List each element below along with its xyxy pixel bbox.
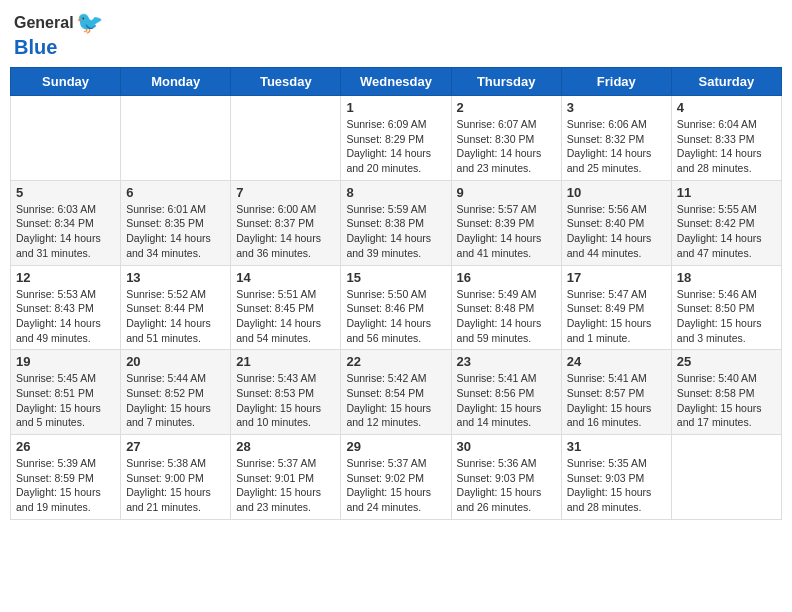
day-number: 1 — [346, 100, 445, 115]
day-info: Sunrise: 5:36 AM Sunset: 9:03 PM Dayligh… — [457, 456, 556, 515]
day-of-week-header: Sunday — [11, 68, 121, 96]
day-of-week-header: Wednesday — [341, 68, 451, 96]
day-info: Sunrise: 5:46 AM Sunset: 8:50 PM Dayligh… — [677, 287, 776, 346]
calendar-day-cell: 4Sunrise: 6:04 AM Sunset: 8:33 PM Daylig… — [671, 96, 781, 181]
page-header: General 🐦 Blue — [10, 10, 782, 59]
day-number: 21 — [236, 354, 335, 369]
day-info: Sunrise: 5:44 AM Sunset: 8:52 PM Dayligh… — [126, 371, 225, 430]
day-info: Sunrise: 6:01 AM Sunset: 8:35 PM Dayligh… — [126, 202, 225, 261]
day-number: 23 — [457, 354, 556, 369]
day-number: 18 — [677, 270, 776, 285]
day-number: 5 — [16, 185, 115, 200]
day-info: Sunrise: 5:42 AM Sunset: 8:54 PM Dayligh… — [346, 371, 445, 430]
day-info: Sunrise: 5:56 AM Sunset: 8:40 PM Dayligh… — [567, 202, 666, 261]
day-info: Sunrise: 5:41 AM Sunset: 8:57 PM Dayligh… — [567, 371, 666, 430]
day-number: 15 — [346, 270, 445, 285]
calendar-day-cell: 18Sunrise: 5:46 AM Sunset: 8:50 PM Dayli… — [671, 265, 781, 350]
day-info: Sunrise: 5:38 AM Sunset: 9:00 PM Dayligh… — [126, 456, 225, 515]
calendar-day-cell: 29Sunrise: 5:37 AM Sunset: 9:02 PM Dayli… — [341, 435, 451, 520]
calendar-day-cell: 28Sunrise: 5:37 AM Sunset: 9:01 PM Dayli… — [231, 435, 341, 520]
day-of-week-header: Monday — [121, 68, 231, 96]
day-of-week-header: Saturday — [671, 68, 781, 96]
day-number: 11 — [677, 185, 776, 200]
calendar-day-cell: 8Sunrise: 5:59 AM Sunset: 8:38 PM Daylig… — [341, 180, 451, 265]
calendar-day-cell: 26Sunrise: 5:39 AM Sunset: 8:59 PM Dayli… — [11, 435, 121, 520]
day-number: 2 — [457, 100, 556, 115]
day-number: 13 — [126, 270, 225, 285]
calendar-day-cell: 22Sunrise: 5:42 AM Sunset: 8:54 PM Dayli… — [341, 350, 451, 435]
logo-general-text: General — [14, 14, 74, 32]
calendar-day-cell: 25Sunrise: 5:40 AM Sunset: 8:58 PM Dayli… — [671, 350, 781, 435]
day-info: Sunrise: 5:49 AM Sunset: 8:48 PM Dayligh… — [457, 287, 556, 346]
day-number: 16 — [457, 270, 556, 285]
day-number: 6 — [126, 185, 225, 200]
calendar-day-cell: 21Sunrise: 5:43 AM Sunset: 8:53 PM Dayli… — [231, 350, 341, 435]
day-info: Sunrise: 5:37 AM Sunset: 9:02 PM Dayligh… — [346, 456, 445, 515]
calendar-day-cell: 12Sunrise: 5:53 AM Sunset: 8:43 PM Dayli… — [11, 265, 121, 350]
calendar-day-cell: 2Sunrise: 6:07 AM Sunset: 8:30 PM Daylig… — [451, 96, 561, 181]
day-of-week-header: Tuesday — [231, 68, 341, 96]
day-number: 28 — [236, 439, 335, 454]
day-info: Sunrise: 5:41 AM Sunset: 8:56 PM Dayligh… — [457, 371, 556, 430]
day-info: Sunrise: 6:06 AM Sunset: 8:32 PM Dayligh… — [567, 117, 666, 176]
day-number: 17 — [567, 270, 666, 285]
day-info: Sunrise: 5:57 AM Sunset: 8:39 PM Dayligh… — [457, 202, 556, 261]
calendar-day-cell: 15Sunrise: 5:50 AM Sunset: 8:46 PM Dayli… — [341, 265, 451, 350]
calendar-header-row: SundayMondayTuesdayWednesdayThursdayFrid… — [11, 68, 782, 96]
day-info: Sunrise: 6:09 AM Sunset: 8:29 PM Dayligh… — [346, 117, 445, 176]
calendar-day-cell: 30Sunrise: 5:36 AM Sunset: 9:03 PM Dayli… — [451, 435, 561, 520]
day-info: Sunrise: 5:43 AM Sunset: 8:53 PM Dayligh… — [236, 371, 335, 430]
calendar-table: SundayMondayTuesdayWednesdayThursdayFrid… — [10, 67, 782, 520]
day-number: 3 — [567, 100, 666, 115]
calendar-week-row: 19Sunrise: 5:45 AM Sunset: 8:51 PM Dayli… — [11, 350, 782, 435]
calendar-day-cell: 10Sunrise: 5:56 AM Sunset: 8:40 PM Dayli… — [561, 180, 671, 265]
calendar-day-cell: 16Sunrise: 5:49 AM Sunset: 8:48 PM Dayli… — [451, 265, 561, 350]
day-number: 27 — [126, 439, 225, 454]
day-number: 9 — [457, 185, 556, 200]
calendar-day-cell: 20Sunrise: 5:44 AM Sunset: 8:52 PM Dayli… — [121, 350, 231, 435]
day-info: Sunrise: 5:39 AM Sunset: 8:59 PM Dayligh… — [16, 456, 115, 515]
day-number: 12 — [16, 270, 115, 285]
day-number: 24 — [567, 354, 666, 369]
calendar-day-cell — [671, 435, 781, 520]
calendar-week-row: 1Sunrise: 6:09 AM Sunset: 8:29 PM Daylig… — [11, 96, 782, 181]
day-number: 7 — [236, 185, 335, 200]
day-number: 26 — [16, 439, 115, 454]
day-number: 8 — [346, 185, 445, 200]
day-number: 25 — [677, 354, 776, 369]
day-number: 14 — [236, 270, 335, 285]
day-info: Sunrise: 5:53 AM Sunset: 8:43 PM Dayligh… — [16, 287, 115, 346]
logo: General 🐦 Blue — [14, 10, 103, 59]
day-info: Sunrise: 6:07 AM Sunset: 8:30 PM Dayligh… — [457, 117, 556, 176]
day-info: Sunrise: 5:45 AM Sunset: 8:51 PM Dayligh… — [16, 371, 115, 430]
day-info: Sunrise: 5:51 AM Sunset: 8:45 PM Dayligh… — [236, 287, 335, 346]
day-info: Sunrise: 5:59 AM Sunset: 8:38 PM Dayligh… — [346, 202, 445, 261]
calendar-day-cell: 23Sunrise: 5:41 AM Sunset: 8:56 PM Dayli… — [451, 350, 561, 435]
day-info: Sunrise: 5:47 AM Sunset: 8:49 PM Dayligh… — [567, 287, 666, 346]
calendar-day-cell: 7Sunrise: 6:00 AM Sunset: 8:37 PM Daylig… — [231, 180, 341, 265]
day-number: 22 — [346, 354, 445, 369]
calendar-day-cell: 9Sunrise: 5:57 AM Sunset: 8:39 PM Daylig… — [451, 180, 561, 265]
calendar-week-row: 12Sunrise: 5:53 AM Sunset: 8:43 PM Dayli… — [11, 265, 782, 350]
day-number: 19 — [16, 354, 115, 369]
day-info: Sunrise: 6:04 AM Sunset: 8:33 PM Dayligh… — [677, 117, 776, 176]
day-number: 30 — [457, 439, 556, 454]
day-info: Sunrise: 5:40 AM Sunset: 8:58 PM Dayligh… — [677, 371, 776, 430]
calendar-day-cell: 13Sunrise: 5:52 AM Sunset: 8:44 PM Dayli… — [121, 265, 231, 350]
day-number: 20 — [126, 354, 225, 369]
logo-blue-text: Blue — [14, 36, 103, 59]
calendar-day-cell: 5Sunrise: 6:03 AM Sunset: 8:34 PM Daylig… — [11, 180, 121, 265]
calendar-day-cell — [121, 96, 231, 181]
day-info: Sunrise: 5:37 AM Sunset: 9:01 PM Dayligh… — [236, 456, 335, 515]
day-of-week-header: Thursday — [451, 68, 561, 96]
calendar-day-cell — [231, 96, 341, 181]
day-info: Sunrise: 5:50 AM Sunset: 8:46 PM Dayligh… — [346, 287, 445, 346]
calendar-day-cell: 17Sunrise: 5:47 AM Sunset: 8:49 PM Dayli… — [561, 265, 671, 350]
calendar-day-cell: 1Sunrise: 6:09 AM Sunset: 8:29 PM Daylig… — [341, 96, 451, 181]
day-info: Sunrise: 6:00 AM Sunset: 8:37 PM Dayligh… — [236, 202, 335, 261]
day-number: 10 — [567, 185, 666, 200]
day-info: Sunrise: 6:03 AM Sunset: 8:34 PM Dayligh… — [16, 202, 115, 261]
logo-bird-icon: 🐦 — [76, 10, 103, 36]
calendar-day-cell: 14Sunrise: 5:51 AM Sunset: 8:45 PM Dayli… — [231, 265, 341, 350]
day-of-week-header: Friday — [561, 68, 671, 96]
